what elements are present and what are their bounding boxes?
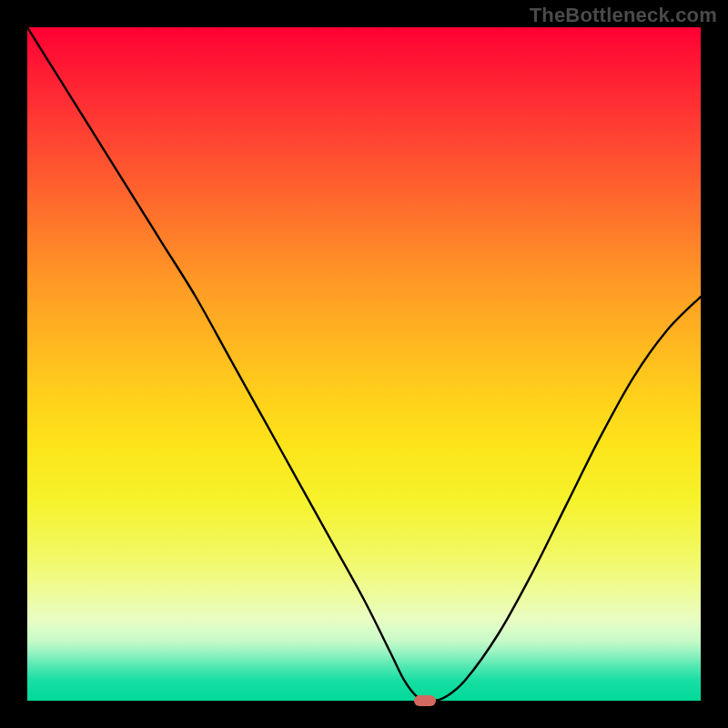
bottleneck-curve: [27, 27, 701, 701]
watermark-text: TheBottleneck.com: [530, 4, 717, 27]
chart-frame: TheBottleneck.com: [0, 0, 728, 728]
plot-area: [27, 27, 701, 701]
optimum-marker: [414, 695, 436, 706]
